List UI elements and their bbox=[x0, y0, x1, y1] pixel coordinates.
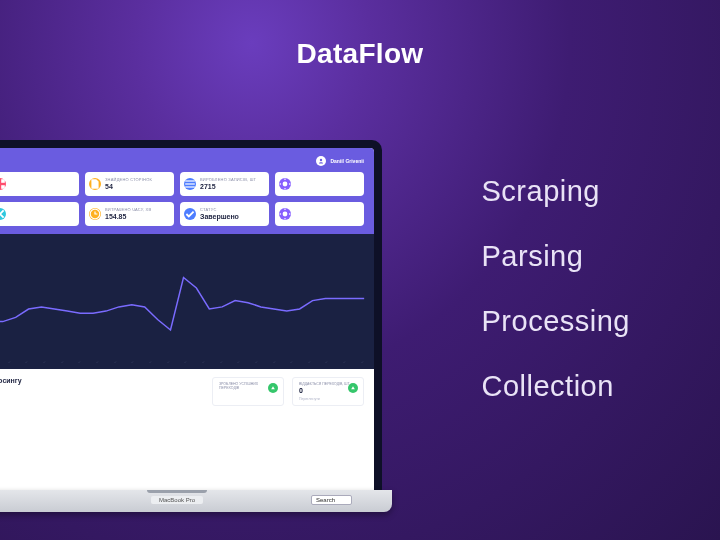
x-tick: ··· bbox=[218, 360, 223, 365]
x-tick: ··· bbox=[42, 360, 47, 365]
feature-item: Parsing bbox=[482, 240, 630, 273]
x-tick: ··· bbox=[95, 360, 100, 365]
x-tick: ··· bbox=[130, 360, 135, 365]
check-icon bbox=[184, 208, 196, 220]
feature-item: Processing bbox=[482, 305, 630, 338]
svg-rect-2 bbox=[1, 179, 5, 183]
summary-card[interactable]: ВІДДАЄТЬСЯ ПЕРЕХОДІВ, ШТ 0 Переглянути bbox=[292, 377, 364, 406]
stat-label: ЗНАЙДЕНО СТОРІНОК bbox=[105, 177, 168, 182]
section-title: парсингу bbox=[0, 377, 22, 384]
list-icon bbox=[184, 178, 196, 190]
search-input[interactable]: Search bbox=[311, 495, 352, 505]
stat-label: ВИТРАЧЕНО ЧАСУ, ХВ bbox=[105, 207, 168, 212]
stat-grid: ЗНАЙДЕНО СТОРІНОК 54 ВИРОБЛЕНО ЗАПИСІВ, … bbox=[0, 172, 364, 226]
feature-list: Scraping Parsing Processing Collection bbox=[482, 175, 630, 403]
stat-card[interactable]: ВИРОБЛЕНО ЗАПИСІВ, ШТ 2715 bbox=[180, 172, 269, 196]
x-icon bbox=[0, 208, 6, 220]
x-tick: ··· bbox=[289, 360, 294, 365]
stat-label: ВИРОБЛЕНО ЗАПИСІВ, ШТ bbox=[200, 177, 263, 182]
x-tick: ··· bbox=[165, 360, 170, 365]
user-avatar-icon[interactable] bbox=[316, 156, 326, 166]
x-tick: ··· bbox=[59, 360, 64, 365]
stat-value: 154.85 bbox=[105, 213, 168, 220]
file-icon bbox=[89, 178, 101, 190]
summary-link[interactable]: Переглянути bbox=[299, 397, 357, 401]
x-tick: ··· bbox=[112, 360, 117, 365]
bottom-panel: парсингу ЗРОБЛЕНО УСПІШНИХ ПЕРЕХОДІВ ВІД… bbox=[0, 369, 374, 490]
chart-panel: ········································… bbox=[0, 234, 374, 369]
x-tick: ··· bbox=[6, 360, 11, 365]
svg-point-8 bbox=[283, 182, 288, 187]
grid-icon bbox=[0, 178, 6, 190]
user-name[interactable]: Daniil Grivenii bbox=[330, 158, 364, 164]
stat-value: Завершено bbox=[200, 213, 263, 220]
x-tick: ··· bbox=[201, 360, 206, 365]
feature-item: Scraping bbox=[482, 175, 630, 208]
stat-value: 2715 bbox=[200, 183, 263, 190]
dashboard-header: Daniil Grivenii ЗНАЙДЕНО СТОРІНОК 54 ВИР… bbox=[0, 148, 374, 234]
svg-rect-5 bbox=[185, 180, 195, 181]
x-tick: ··· bbox=[342, 360, 347, 365]
svg-rect-7 bbox=[185, 186, 195, 187]
x-tick: ··· bbox=[24, 360, 29, 365]
x-tick: ··· bbox=[254, 360, 259, 365]
svg-rect-4 bbox=[1, 185, 5, 189]
x-tick: ··· bbox=[307, 360, 312, 365]
stat-label: СТАТУС bbox=[200, 207, 263, 212]
summary-card[interactable]: ЗРОБЛЕНО УСПІШНИХ ПЕРЕХОДІВ bbox=[212, 377, 284, 406]
svg-point-10 bbox=[283, 212, 288, 217]
x-tick: ··· bbox=[271, 360, 276, 365]
laptop-mockup: Daniil Grivenii ЗНАЙДЕНО СТОРІНОК 54 ВИР… bbox=[0, 140, 382, 512]
stat-card[interactable] bbox=[275, 172, 364, 196]
stat-card[interactable] bbox=[0, 172, 79, 196]
svg-point-0 bbox=[320, 159, 322, 161]
x-tick: ··· bbox=[183, 360, 188, 365]
dashboard-screen: Daniil Grivenii ЗНАЙДЕНО СТОРІНОК 54 ВИР… bbox=[0, 148, 374, 490]
laptop-keyboard: MacBook Pro Search bbox=[0, 490, 392, 512]
x-tick: ··· bbox=[324, 360, 329, 365]
triangle-up-icon bbox=[348, 383, 358, 393]
x-tick: ··· bbox=[359, 360, 364, 365]
stat-card[interactable]: СТАТУС Завершено bbox=[180, 202, 269, 226]
brand-title: DataFlow bbox=[0, 38, 720, 70]
x-tick: ··· bbox=[148, 360, 153, 365]
x-tick: ··· bbox=[236, 360, 241, 365]
gear-icon bbox=[279, 208, 291, 220]
gear-icon bbox=[279, 178, 291, 190]
svg-rect-6 bbox=[185, 183, 195, 184]
x-tick: ··· bbox=[77, 360, 82, 365]
stat-card[interactable] bbox=[0, 202, 79, 226]
triangle-up-icon bbox=[268, 383, 278, 393]
feature-item: Collection bbox=[482, 370, 630, 403]
stat-value: 54 bbox=[105, 183, 168, 190]
stat-card[interactable] bbox=[275, 202, 364, 226]
stat-card[interactable]: ЗНАЙДЕНО СТОРІНОК 54 bbox=[85, 172, 174, 196]
clock-icon bbox=[89, 208, 101, 220]
stat-card[interactable]: ВИТРАЧЕНО ЧАСУ, ХВ 154.85 bbox=[85, 202, 174, 226]
device-label: MacBook Pro bbox=[151, 496, 203, 504]
